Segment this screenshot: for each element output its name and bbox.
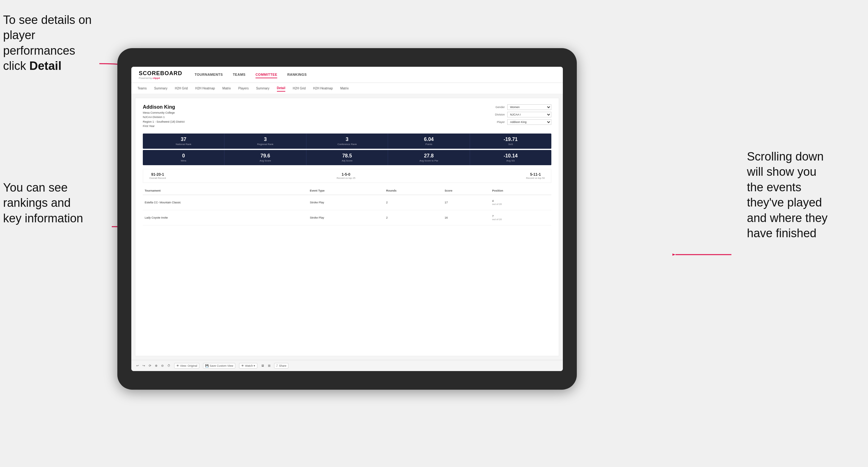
cell-rounds-2: 2	[384, 210, 443, 225]
tab-detail[interactable]: Detail	[277, 85, 285, 92]
bottom-toolbar: ↩ ↪ ⟳ ⊕ ⊖ ⏱ 👁 View: Original 💾 Save Cust…	[131, 360, 563, 371]
stat-regional-rank-value: 3	[227, 136, 303, 142]
stat-national-rank: 37 National Rank	[143, 133, 224, 149]
annotation-bottom-left: You can see rankings and key information	[3, 180, 108, 226]
stat-national-rank-label: National Rank	[145, 143, 222, 146]
stat-wins: 0 Wins	[143, 150, 224, 165]
stat-points-label: Points	[391, 143, 467, 146]
save-custom-view-button[interactable]: 💾 Save Custom View	[203, 363, 235, 369]
monitor-icon[interactable]: 🖥	[261, 364, 264, 367]
refresh-icon[interactable]: ⟳	[149, 364, 151, 367]
redo-icon[interactable]: ↪	[143, 364, 145, 367]
tab-h2h-grid[interactable]: H2H Grid	[175, 85, 188, 91]
stat-avg-score-label: Avg Score	[227, 159, 303, 162]
stat-avg-score-par-label: Avg Score to Par	[391, 159, 467, 162]
tournament-table: Tournament Event Type Rounds Score Posit…	[143, 187, 551, 225]
zoom-out-icon[interactable]: ⊖	[161, 364, 164, 367]
record-top25: 1-5-0 Record vs top 25	[337, 172, 355, 180]
share-label: Share	[279, 364, 286, 367]
stat-adj-score: 78.5 Adj Score	[306, 150, 388, 165]
record-overall-value: 91-20-1	[149, 172, 166, 177]
player-controls: Gender Women Men Division NJCAA I NJCAA …	[489, 104, 551, 129]
col-rounds: Rounds	[384, 187, 443, 195]
zoom-in-icon[interactable]: ⊕	[155, 364, 157, 367]
save-icon: 💾	[205, 364, 209, 367]
nav-items: TOURNAMENTS TEAMS COMMITTEE RANKINGS	[195, 71, 307, 78]
stat-avg-score-par-value: 27.8	[391, 153, 467, 159]
gender-label: Gender	[489, 105, 505, 109]
clock-icon[interactable]: ⏱	[167, 364, 170, 367]
stat-national-rank-value: 37	[145, 136, 222, 142]
tab-teams[interactable]: Teams	[137, 85, 147, 91]
stat-conference-rank-label: Conference Rank	[309, 143, 385, 146]
view-original-button[interactable]: 👁 View: Original	[174, 363, 199, 369]
cell-score-1: 17	[443, 195, 490, 210]
stat-sos: -19.71 SoS	[470, 133, 551, 149]
division-label: Division	[489, 113, 505, 116]
tab-matrix[interactable]: Matrix	[222, 85, 231, 91]
cell-position-1: 4out of 20	[490, 195, 551, 210]
record-top25-value: 1-5-0	[337, 172, 355, 177]
undo-icon[interactable]: ↩	[136, 364, 139, 367]
record-top50-value: 5-11-1	[526, 172, 545, 177]
cell-rounds-1: 2	[384, 195, 443, 210]
col-score: Score	[443, 187, 490, 195]
table-row: Estella CC- Mountain Classic Stroke Play…	[143, 195, 551, 210]
tab-summary[interactable]: Summary	[154, 85, 167, 91]
tab-h2h-grid2[interactable]: H2H Grid	[293, 85, 306, 91]
watch-button[interactable]: 👁 Watch ▾	[239, 363, 257, 369]
stat-conference-rank: 3 Conference Rank	[306, 133, 388, 149]
tab-summary2[interactable]: Summary	[256, 85, 270, 91]
player-select[interactable]: Addison King	[507, 119, 551, 125]
grid-icon[interactable]: ⊞	[268, 364, 270, 367]
nav-tournaments[interactable]: TOURNAMENTS	[195, 71, 223, 78]
player-info: Addison King Mesa Community College NJCA…	[143, 104, 185, 129]
tab-h2h-heatmap2[interactable]: H2H Heatmap	[313, 85, 333, 91]
player-header: Addison King Mesa Community College NJCA…	[143, 104, 551, 129]
view-icon: 👁	[176, 364, 179, 367]
cell-tournament-2: Lady Coyote Invite	[143, 210, 308, 225]
annotation-top-left: To see details on player performances cl…	[3, 12, 108, 74]
record-top25-label: Record vs top 25	[337, 177, 355, 180]
tab-h2h-heatmap[interactable]: H2H Heatmap	[195, 85, 215, 91]
stat-avg-score: 79.6 Avg Score	[224, 150, 306, 165]
stat-points-value: 6.04	[391, 136, 467, 142]
nav-rankings[interactable]: RANKINGS	[287, 71, 307, 78]
tablet-frame: SCOREBOARD Powered by clippd TOURNAMENTS…	[117, 48, 577, 390]
main-content: Addison King Mesa Community College NJCA…	[131, 94, 563, 360]
col-position: Position	[490, 187, 551, 195]
logo-scoreboard: SCOREBOARD	[139, 70, 182, 77]
cell-position-2: 7out of 20	[490, 210, 551, 225]
stats-row-2: 0 Wins 79.6 Avg Score 78.5 Adj Score 27.…	[143, 150, 551, 165]
nav-committee[interactable]: COMMITTEE	[255, 71, 278, 78]
cell-event-type-1: Stroke Play	[308, 195, 384, 210]
gender-select[interactable]: Women Men	[507, 104, 551, 110]
tab-matrix2[interactable]: Matrix	[340, 85, 349, 91]
player-college: Mesa Community College	[143, 111, 185, 115]
view-label: View: Original	[180, 364, 197, 367]
cell-event-type-2: Stroke Play	[308, 210, 384, 225]
logo-area: SCOREBOARD Powered by clippd	[139, 70, 182, 80]
col-tournament: Tournament	[143, 187, 308, 195]
stat-avg-sg: -10.14 Avg SG	[470, 150, 551, 165]
division-select[interactable]: NJCAA I NJCAA II	[507, 112, 551, 117]
share-button[interactable]: ⤴ Share	[274, 363, 288, 369]
records-row: 91-20-1 Overall Record 1-5-0 Record vs t…	[143, 169, 551, 183]
stat-avg-sg-label: Avg SG	[472, 159, 549, 162]
stat-wins-label: Wins	[145, 159, 222, 162]
watch-icon: 👁	[241, 364, 244, 367]
player-control: Player Addison King	[489, 119, 551, 125]
annotation-right: Scrolling down will show you the events …	[747, 149, 865, 241]
col-event-type: Event Type	[308, 187, 384, 195]
stat-avg-score-par: 27.8 Avg Score to Par	[388, 150, 470, 165]
nav-teams[interactable]: TEAMS	[233, 71, 246, 78]
stat-adj-score-value: 78.5	[309, 153, 385, 159]
stat-regional-rank-label: Regional Rank	[227, 143, 303, 146]
arrow-to-table	[673, 245, 735, 264]
sub-nav: Teams Summary H2H Grid H2H Heatmap Matri…	[131, 83, 563, 94]
record-overall: 91-20-1 Overall Record	[149, 172, 166, 180]
gender-control: Gender Women Men	[489, 104, 551, 110]
tab-players[interactable]: Players	[239, 85, 249, 91]
cell-tournament-1: Estella CC- Mountain Classic	[143, 195, 308, 210]
logo-powered: Powered by clippd	[139, 77, 182, 80]
